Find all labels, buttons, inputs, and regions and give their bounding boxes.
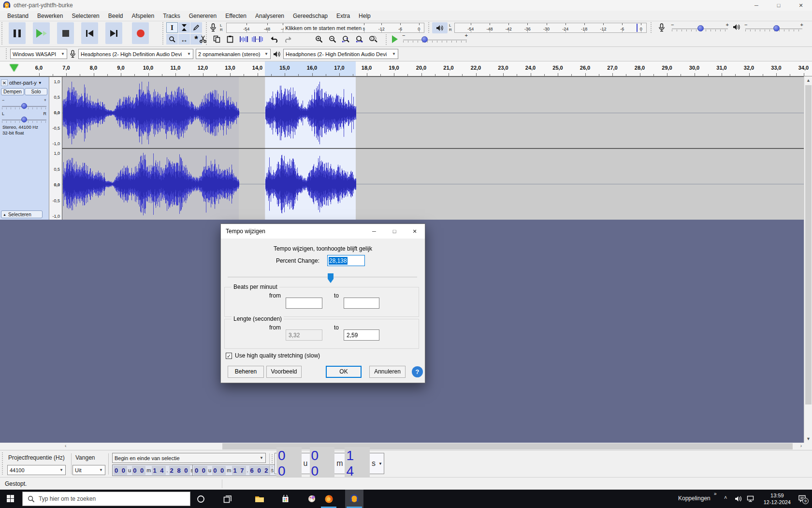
recording-meter[interactable]: -54-48-48-12-60Klikken om te starten met… bbox=[226, 23, 424, 33]
horizontal-scrollbar[interactable]: ‹ › bbox=[63, 443, 804, 450]
taskbar-clock[interactable]: 13:59 12-12-2024 bbox=[764, 492, 791, 506]
bpm-to-input[interactable] bbox=[344, 298, 379, 309]
draw-tool-button[interactable] bbox=[190, 22, 202, 33]
tray-links-label[interactable]: Koppelingen bbox=[678, 495, 710, 502]
scroll-left-icon[interactable]: ‹ bbox=[65, 443, 66, 448]
silence-audio-button[interactable] bbox=[251, 34, 263, 45]
timeshift-tool-button[interactable]: ↔ bbox=[178, 34, 190, 45]
zoom-toggle-button[interactable] bbox=[367, 34, 379, 45]
menu-item-bestand[interactable]: Bestand bbox=[3, 11, 33, 21]
start-button[interactable] bbox=[0, 490, 19, 508]
vertical-scrollbar[interactable]: ▲ ▼ bbox=[804, 76, 812, 443]
cut-button[interactable] bbox=[197, 34, 209, 45]
track-select-button[interactable]: ▲ Selecteren bbox=[1, 210, 43, 218]
tray-network-icon[interactable] bbox=[747, 495, 755, 502]
selection-toolbar-grip[interactable] bbox=[1, 452, 4, 476]
length-from-input[interactable]: 3,32 bbox=[286, 329, 322, 341]
playback-volume-slider[interactable]: − + bbox=[744, 23, 803, 32]
transport-toolbar-grip[interactable] bbox=[0, 22, 3, 45]
time-format-dropdown-icon[interactable]: ▼ bbox=[378, 462, 382, 466]
zoom-tool-button[interactable] bbox=[166, 34, 178, 45]
skip-to-end-button[interactable] bbox=[105, 22, 122, 44]
help-button[interactable]: ? bbox=[412, 366, 423, 377]
menu-item-beeld[interactable]: Beeld bbox=[104, 11, 128, 21]
playback-volume-thumb[interactable] bbox=[773, 25, 780, 31]
ok-button[interactable]: OK bbox=[326, 366, 362, 378]
dialog-close-button[interactable]: ✕ bbox=[405, 224, 425, 239]
audio-position-display[interactable]: 0 0u0 0m1 4s▼ bbox=[275, 453, 384, 474]
horizontal-scrollbar-thumb[interactable] bbox=[222, 443, 793, 449]
paint-button[interactable] bbox=[302, 490, 321, 508]
dialog-minimize-button[interactable]: ─ bbox=[364, 224, 384, 239]
paste-button[interactable] bbox=[224, 34, 236, 45]
percent-change-input[interactable]: 28,138 bbox=[327, 255, 365, 266]
cortana-button[interactable] bbox=[191, 490, 210, 508]
tray-volume-icon[interactable] bbox=[735, 495, 742, 502]
solo-button[interactable]: Solo bbox=[25, 88, 47, 95]
project-rate-select[interactable]: 44100▼ bbox=[7, 465, 66, 475]
audacity-button[interactable] bbox=[345, 490, 364, 508]
menu-item-effecten[interactable]: Effecten bbox=[221, 11, 251, 21]
selection-mode-select[interactable]: Begin en einde van selectie▼ bbox=[112, 453, 266, 463]
envelope-tool-button[interactable] bbox=[178, 22, 190, 33]
menu-item-gereedschap[interactable]: Gereedschap bbox=[289, 11, 332, 21]
trim-audio-button[interactable] bbox=[238, 34, 249, 45]
snap-select[interactable]: Uit▼ bbox=[72, 465, 105, 475]
zoom-out-button[interactable] bbox=[327, 34, 338, 45]
track-name[interactable]: other-part-y bbox=[9, 80, 37, 86]
audio-host-select[interactable]: Windows WASAPI▼ bbox=[10, 49, 67, 59]
vertical-ruler[interactable]: 1,00,50,0-0,5-1,01,00,50,0-0,5-1,0 bbox=[49, 77, 62, 220]
track-menu-arrow-icon[interactable]: ▼ bbox=[38, 81, 42, 85]
pause-button[interactable] bbox=[9, 22, 26, 44]
tools-toolbar-grip[interactable] bbox=[161, 22, 164, 45]
firefox-button[interactable] bbox=[319, 490, 338, 508]
quick-play-triangle-icon[interactable] bbox=[10, 64, 18, 72]
scroll-right-icon[interactable]: › bbox=[800, 443, 802, 448]
scroll-up-icon[interactable]: ▲ bbox=[804, 78, 812, 83]
vertical-scrollbar-thumb[interactable] bbox=[805, 85, 812, 404]
playback-meter[interactable]: -54-48-42-36-30-24-18-12-60 bbox=[454, 23, 647, 33]
preview-button[interactable]: Voorbeeld bbox=[266, 366, 302, 378]
device-toolbar-grip[interactable] bbox=[5, 48, 8, 60]
window-close-button[interactable]: ✕ bbox=[790, 0, 812, 11]
mixer-toolbar-grip[interactable] bbox=[650, 22, 652, 33]
tempo-slider[interactable] bbox=[228, 277, 417, 278]
menu-item-extra[interactable]: Extra bbox=[332, 11, 354, 21]
menu-item-bewerken[interactable]: Bewerken bbox=[33, 11, 67, 21]
recording-channels-select[interactable]: 2 opnamekanalen (stereo)▼ bbox=[196, 49, 271, 59]
menu-item-tracks[interactable]: Tracks bbox=[159, 11, 185, 21]
manage-button[interactable]: Beheren bbox=[228, 366, 264, 378]
redo-button[interactable] bbox=[282, 34, 294, 45]
tray-links-expand-icon[interactable]: » bbox=[714, 491, 717, 496]
menu-item-afspelen[interactable]: Afspelen bbox=[128, 11, 159, 21]
undo-button[interactable] bbox=[269, 34, 280, 45]
record-volume-slider[interactable]: − + bbox=[671, 23, 729, 32]
skip-to-start-button[interactable] bbox=[81, 22, 98, 44]
scroll-down-icon[interactable]: ▼ bbox=[804, 436, 812, 441]
selection-end-time[interactable]: 0 0u0 0m1 7.6 0 2s▲▼ bbox=[192, 464, 280, 476]
playback-meter-button[interactable] bbox=[432, 22, 448, 33]
time-toolbar-grip[interactable] bbox=[271, 454, 274, 474]
tray-chevron-up-icon[interactable]: ˄ bbox=[724, 494, 727, 500]
dialog-title-bar[interactable]: Tempo wijzigen ─ □ ✕ bbox=[221, 224, 425, 239]
record-button[interactable] bbox=[132, 22, 149, 44]
playback-meter-grip[interactable] bbox=[427, 22, 430, 33]
gain-slider-thumb[interactable] bbox=[21, 103, 27, 109]
waveform-canvas[interactable] bbox=[62, 77, 804, 220]
hq-stretching-checkbox[interactable]: ✓ bbox=[226, 353, 232, 359]
selection-start-time[interactable]: 0 0u0 0m1 4.2 8 0s▲▼ bbox=[112, 464, 200, 476]
menu-item-genereren[interactable]: Genereren bbox=[185, 11, 221, 21]
task-view-button[interactable] bbox=[218, 490, 237, 508]
file-explorer-button[interactable] bbox=[250, 490, 269, 508]
timeline-ruler[interactable]: 6,07,08,09,010,011,012,013,014,015,016,0… bbox=[0, 61, 812, 76]
stop-button[interactable] bbox=[57, 22, 74, 44]
menu-item-analyseren[interactable]: Analyseren bbox=[251, 11, 289, 21]
recording-meter-grip[interactable] bbox=[205, 22, 208, 33]
play-button[interactable] bbox=[33, 22, 50, 44]
zoom-in-button[interactable] bbox=[313, 34, 325, 45]
cancel-button[interactable]: Annuleren bbox=[369, 366, 406, 378]
copy-button[interactable] bbox=[211, 34, 222, 45]
notification-center-button[interactable]: 9 bbox=[798, 495, 806, 502]
pan-slider-thumb[interactable] bbox=[21, 117, 27, 122]
length-to-input[interactable]: 2,59 bbox=[344, 329, 379, 341]
